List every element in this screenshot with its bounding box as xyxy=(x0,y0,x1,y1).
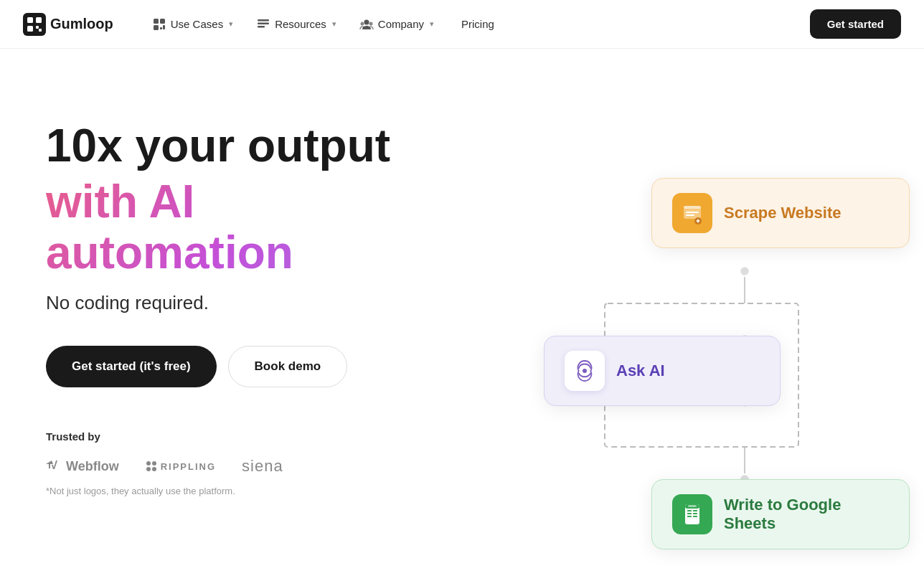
svg-rect-40 xyxy=(687,516,692,517)
nav-links: Use Cases ▾ Resources ▾ Company ▾ xyxy=(142,11,810,37)
svg-rect-43 xyxy=(688,505,697,507)
svg-rect-10 xyxy=(163,25,165,29)
sheets-icon xyxy=(681,503,704,526)
ask-ai-node: Ask AI xyxy=(544,336,781,406)
trusted-label: Trusted by xyxy=(46,430,448,443)
scrape-icon-wrap xyxy=(672,193,712,233)
company-chevron: ▾ xyxy=(430,19,434,29)
svg-rect-39 xyxy=(693,513,697,514)
svg-rect-31 xyxy=(686,212,699,213)
nav-resources[interactable]: Resources ▾ xyxy=(246,11,346,37)
nav-get-started-button[interactable]: Get started xyxy=(810,9,901,39)
scrape-website-label: Scrape Website xyxy=(724,204,841,222)
svg-rect-1 xyxy=(27,17,33,23)
webflow-logo-icon xyxy=(46,461,62,472)
svg-point-15 xyxy=(360,22,364,25)
svg-rect-3 xyxy=(27,26,33,32)
svg-rect-12 xyxy=(258,22,269,24)
svg-point-16 xyxy=(369,22,372,25)
nav-company[interactable]: Company ▾ xyxy=(349,11,444,37)
get-started-button[interactable]: Get started (it's free) xyxy=(46,346,217,387)
resources-chevron: ▾ xyxy=(332,19,336,29)
hero-buttons: Get started (it's free) Book demo xyxy=(46,346,448,387)
book-demo-button[interactable]: Book demo xyxy=(228,346,348,387)
hero-left: 10x your output with AI automation No co… xyxy=(46,106,448,496)
svg-point-25 xyxy=(740,266,750,276)
svg-rect-32 xyxy=(686,214,694,216)
svg-rect-38 xyxy=(687,513,692,514)
use-cases-chevron: ▾ xyxy=(229,19,233,29)
askai-icon-wrap xyxy=(565,351,605,391)
svg-point-34 xyxy=(583,369,587,373)
siena-logo: siena xyxy=(242,457,283,476)
nav-use-cases[interactable]: Use Cases ▾ xyxy=(142,11,243,37)
ask-ai-label: Ask AI xyxy=(616,362,665,380)
svg-rect-41 xyxy=(693,516,697,517)
svg-point-21 xyxy=(152,467,156,471)
hero-title-line2: with AI automation xyxy=(46,176,448,278)
trusted-section: Trusted by Webflow RIPPLING xyxy=(46,430,448,496)
navbar: Gumloop Use Cases ▾ Resources ▾ xyxy=(0,0,924,49)
svg-rect-9 xyxy=(160,27,162,29)
svg-rect-37 xyxy=(693,510,697,511)
svg-rect-13 xyxy=(258,26,265,28)
svg-point-20 xyxy=(146,467,151,471)
nav-pricing[interactable]: Pricing xyxy=(447,12,504,36)
logo[interactable]: Gumloop xyxy=(23,13,113,36)
svg-rect-6 xyxy=(154,19,159,24)
svg-rect-8 xyxy=(154,25,159,30)
trusted-logos: Webflow RIPPLING siena xyxy=(46,457,448,476)
workflow-diagram: Scrape Website Ask AI xyxy=(465,92,924,576)
svg-rect-7 xyxy=(160,19,165,24)
resources-icon xyxy=(256,17,270,32)
svg-rect-0 xyxy=(23,13,46,36)
company-icon xyxy=(359,17,374,32)
webflow-logo: Webflow xyxy=(46,459,119,474)
openai-icon xyxy=(572,358,598,384)
use-cases-icon xyxy=(152,17,166,32)
scrape-website-node: Scrape Website xyxy=(651,178,910,248)
google-sheets-node: Write to Google Sheets xyxy=(651,479,910,549)
svg-point-18 xyxy=(146,461,151,466)
svg-rect-2 xyxy=(36,17,42,23)
svg-rect-4 xyxy=(36,26,39,29)
svg-rect-30 xyxy=(684,206,701,209)
workflow-container: Scrape Website Ask AI xyxy=(465,92,924,576)
rippling-logo-icon xyxy=(145,460,158,473)
write-sheets-label: Write to Google Sheets xyxy=(724,496,889,533)
sheets-icon-wrap xyxy=(672,494,712,534)
hero-section: 10x your output with AI automation No co… xyxy=(0,49,924,576)
svg-rect-5 xyxy=(39,29,42,32)
svg-rect-36 xyxy=(687,510,692,511)
rippling-logo: RIPPLING xyxy=(145,460,216,473)
scrape-icon xyxy=(681,202,704,225)
hero-subtitle: No coding required. xyxy=(46,292,448,314)
hero-title-line1: 10x your output xyxy=(46,121,448,171)
trusted-note: *Not just logos, they actually use the p… xyxy=(46,486,448,496)
svg-point-14 xyxy=(364,19,369,24)
svg-rect-11 xyxy=(258,19,269,22)
svg-point-19 xyxy=(152,461,156,466)
